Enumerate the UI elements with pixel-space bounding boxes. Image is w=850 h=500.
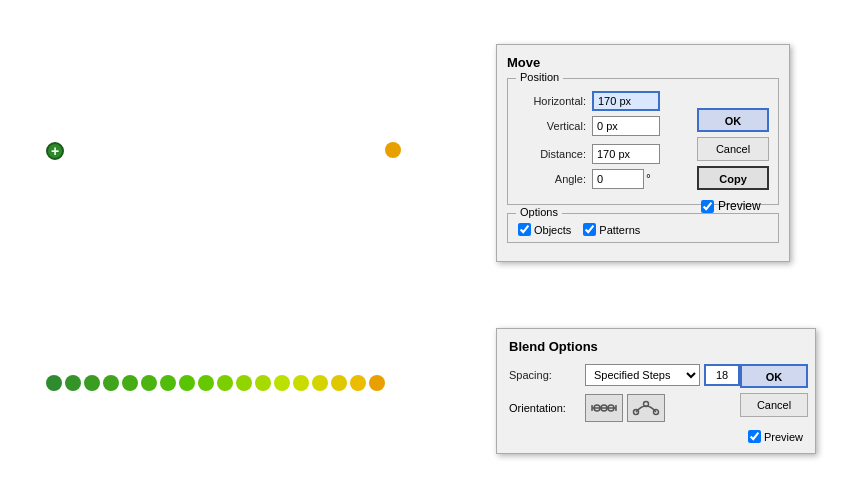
objects-checkbox-label[interactable]: Objects	[518, 223, 571, 236]
blend-dot	[103, 375, 119, 391]
blend-options-dialog: Blend Options Spacing: Smooth Color Spec…	[496, 328, 816, 454]
blend-ok-button[interactable]: OK	[740, 364, 808, 388]
options-row: Objects Patterns	[518, 223, 768, 236]
blend-dot	[293, 375, 309, 391]
blend-dot	[236, 375, 252, 391]
spacing-row: Spacing: Smooth Color Specified Steps Sp…	[509, 364, 740, 386]
blend-options-title: Blend Options	[509, 339, 803, 354]
blend-dot	[122, 375, 138, 391]
degree-symbol: °	[646, 172, 651, 186]
blend-dot	[350, 375, 366, 391]
cancel-button[interactable]: Cancel	[697, 137, 769, 161]
blend-dot	[84, 375, 100, 391]
blend-dot	[331, 375, 347, 391]
preview-label: Preview	[718, 199, 761, 213]
blend-dot	[141, 375, 157, 391]
blend-dot-row	[46, 375, 385, 391]
blend-dot	[65, 375, 81, 391]
blend-preview-row: Preview	[509, 430, 803, 443]
svg-point-4	[634, 410, 639, 415]
blend-dialog-buttons: OK Cancel	[740, 364, 808, 417]
blend-dot	[255, 375, 271, 391]
move-dialog: Move Position Horizontal: Vertical: Dist…	[496, 44, 790, 262]
objects-label: Objects	[534, 224, 571, 236]
horizontal-label: Horizontal:	[518, 95, 586, 107]
orientation-row: Orientation:	[509, 394, 740, 422]
blend-dot	[217, 375, 233, 391]
canvas-area: Move Position Horizontal: Vertical: Dist…	[0, 0, 850, 500]
blend-dot	[274, 375, 290, 391]
angle-input[interactable]	[592, 169, 644, 189]
orange-dot-copy	[385, 142, 401, 158]
position-legend: Position	[516, 71, 563, 83]
green-dot-origin	[46, 142, 64, 160]
orientation-perpendicular-button[interactable]	[627, 394, 665, 422]
blend-preview-checkbox[interactable]	[748, 430, 761, 443]
angle-label: Angle:	[518, 173, 586, 185]
steps-input[interactable]	[704, 364, 740, 386]
blend-dot	[369, 375, 385, 391]
blend-dot	[160, 375, 176, 391]
horizontal-input[interactable]	[592, 91, 660, 111]
orientation-align-button[interactable]	[585, 394, 623, 422]
spacing-select[interactable]: Smooth Color Specified Steps Specified D…	[585, 364, 700, 386]
distance-label: Distance:	[518, 148, 586, 160]
vertical-label: Vertical:	[518, 120, 586, 132]
copy-button[interactable]: Copy	[697, 166, 769, 190]
vertical-input[interactable]	[592, 116, 660, 136]
patterns-checkbox-label[interactable]: Patterns	[583, 223, 640, 236]
move-dialog-title: Move	[507, 55, 779, 70]
blend-dot	[312, 375, 328, 391]
options-legend: Options	[516, 206, 562, 218]
options-fieldset: Options Objects Patterns	[507, 213, 779, 243]
distance-input[interactable]	[592, 144, 660, 164]
orientation-label: Orientation:	[509, 402, 579, 414]
move-dialog-buttons: OK Cancel Copy Preview	[697, 108, 769, 213]
spacing-label: Spacing:	[509, 369, 579, 381]
patterns-checkbox[interactable]	[583, 223, 596, 236]
preview-checkbox[interactable]	[701, 200, 714, 213]
blend-cancel-button[interactable]: Cancel	[740, 393, 808, 417]
blend-dot	[198, 375, 214, 391]
ok-button[interactable]: OK	[697, 108, 769, 132]
patterns-label: Patterns	[599, 224, 640, 236]
objects-checkbox[interactable]	[518, 223, 531, 236]
svg-point-5	[644, 402, 649, 407]
preview-row: Preview	[701, 199, 769, 213]
blend-dot	[46, 375, 62, 391]
blend-preview-label: Preview	[764, 431, 803, 443]
blend-dot	[179, 375, 195, 391]
